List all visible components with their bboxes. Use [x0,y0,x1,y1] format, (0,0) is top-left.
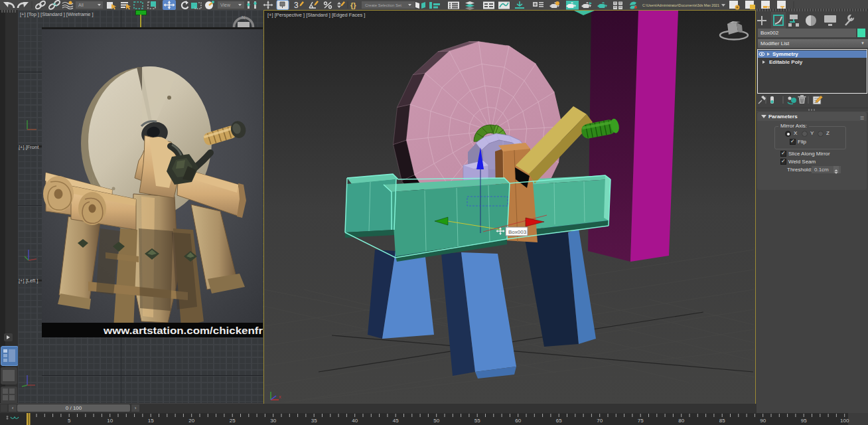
svg-text:www.artstation.com/chickenfr: www.artstation.com/chickenfr [103,325,263,336]
svg-text:C:\Users\Administrator\Documen: C:\Users\Administrator\Documents\3ds Max… [642,3,719,7]
svg-text:{}: {} [350,1,356,9]
svg-text:Box003: Box003 [508,229,527,235]
svg-text:All: All [78,3,84,7]
svg-text:x: x [279,394,281,399]
svg-text:Create Selection Set: Create Selection Set [365,3,401,7]
svg-text:View: View [220,3,231,7]
svg-text:3: 3 [294,1,299,10]
